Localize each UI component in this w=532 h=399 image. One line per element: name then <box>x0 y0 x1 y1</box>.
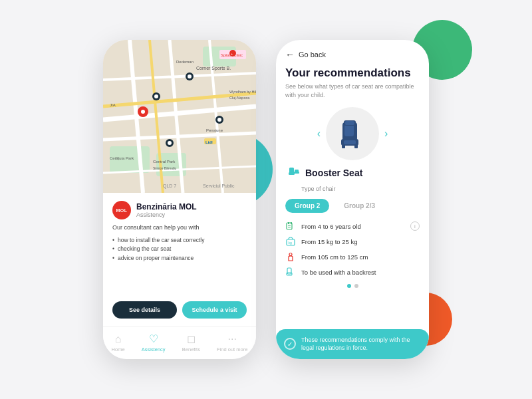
bullet-list: how to install the car seat correctly ch… <box>112 236 247 263</box>
svg-rect-43 <box>344 124 354 136</box>
compliance-check-icon: ✓ <box>284 338 296 350</box>
carousel-next-arrow[interactable]: › <box>384 128 388 140</box>
bullet-item-2: checking the car seat <box>112 245 247 254</box>
svg-point-59 <box>289 253 292 256</box>
seat-type-icon <box>288 167 300 179</box>
nav-assistency[interactable]: ♡ Assistency <box>142 332 166 352</box>
back-button[interactable]: ← Go back <box>285 49 420 60</box>
svg-rect-51 <box>294 172 299 174</box>
info-row-backrest: To be used with a backrest <box>285 267 420 277</box>
phones-container: Corner Sports B. Cetățuia Park Central P… <box>103 40 429 359</box>
svg-text:JIA: JIA <box>110 103 116 107</box>
home-icon: ⌂ <box>115 333 122 345</box>
svg-text:QLD 7: QLD 7 <box>163 184 176 189</box>
nav-home-label: Home <box>112 346 125 352</box>
seat-carousel: ‹ <box>285 107 420 160</box>
dot-2 <box>354 284 358 288</box>
nav-assistency-label: Assistency <box>142 346 166 352</box>
svg-rect-47 <box>354 144 358 148</box>
car-seat-image <box>326 107 379 160</box>
svg-text:Wyndham by Hilto: Wyndham by Hilto <box>229 90 256 94</box>
height-icon <box>285 251 296 262</box>
more-icon: ··· <box>228 333 237 345</box>
tab-group2[interactable]: Group 2 <box>285 199 329 213</box>
svg-point-16 <box>188 74 192 78</box>
svg-text:Simion Bărnuțiu: Simion Bărnuțiu <box>153 166 177 170</box>
store-subtitle: Assistency <box>136 211 197 218</box>
weight-icon: kg <box>285 236 296 247</box>
schedule-visit-button[interactable]: Schedule a visit <box>182 301 247 319</box>
info-row-weight: kg From 15 kg to 25 kg <box>285 236 420 247</box>
svg-text:Lidl: Lidl <box>205 140 213 144</box>
compliance-bar: ✓ These recommendations comply with the … <box>276 329 429 359</box>
info-list: From 4 to 6 years old i kg From 15 kg to… <box>285 221 420 277</box>
store-info: MOL Benzinăria MOL Assistency Our consul… <box>103 193 256 327</box>
height-text: From 105 cm to 125 cm <box>301 253 368 261</box>
right-phone: ← Go back Your recommendations See below… <box>276 40 429 359</box>
back-arrow-icon: ← <box>285 49 295 60</box>
svg-rect-46 <box>342 144 345 148</box>
svg-text:kg: kg <box>289 241 293 245</box>
nav-more-label: Find out more <box>217 346 247 352</box>
svg-point-18 <box>217 118 221 122</box>
svg-rect-42 <box>344 140 356 144</box>
store-header: MOL Benzinăria MOL Assistency <box>112 201 247 219</box>
bottom-nav: ⌂ Home ♡ Assistency ◻ Benefits ··· Find … <box>103 327 256 359</box>
compliance-text: These recommendations comply with the le… <box>301 336 421 352</box>
age-icon <box>285 221 296 231</box>
action-buttons: See details Schedule a visit <box>112 301 247 319</box>
nav-benefits[interactable]: ◻ Benefits <box>182 332 200 352</box>
svg-text:Serviciul Public: Serviciul Public <box>203 184 235 188</box>
svg-point-14 <box>154 94 158 98</box>
seat-name: Booster Seat <box>305 168 362 178</box>
mol-logo: MOL <box>112 201 131 219</box>
gift-icon: ◻ <box>187 332 196 345</box>
info-row-age: From 4 to 6 years old i <box>285 221 420 231</box>
svg-rect-54 <box>291 222 292 224</box>
svg-rect-49 <box>289 172 295 175</box>
nav-home[interactable]: ⌂ Home <box>112 333 125 352</box>
info-badge[interactable]: i <box>410 221 420 231</box>
svg-text:Dedeman: Dedeman <box>176 60 194 64</box>
carousel-dots <box>285 284 420 288</box>
svg-text:Pensiune: Pensiune <box>206 128 223 132</box>
svg-point-22 <box>141 110 145 114</box>
store-name: Benzinăria MOL <box>136 202 197 211</box>
recommendations-subtitle: See below what types of car seat are com… <box>285 82 420 99</box>
seat-type-row: Booster Seat <box>285 167 420 179</box>
consultant-text: Our consultant can help you with <box>112 223 247 232</box>
svg-text:Cetățuia Park: Cetățuia Park <box>110 156 134 160</box>
weight-text: From 15 kg to 25 kg <box>301 238 357 245</box>
recommendations-title: Your recommendations <box>285 66 420 80</box>
left-phone: Corner Sports B. Cetățuia Park Central P… <box>103 40 256 359</box>
svg-text:Cluj-Napoca: Cluj-Napoca <box>229 96 250 100</box>
nav-benefits-label: Benefits <box>182 346 200 352</box>
bullet-item-1: how to install the car seat correctly <box>112 236 247 245</box>
svg-text:Central Park: Central Park <box>153 160 176 164</box>
svg-rect-45 <box>345 121 354 125</box>
tab-group23[interactable]: Group 2/3 <box>334 199 384 213</box>
nav-more[interactable]: ··· Find out more <box>217 333 247 352</box>
carousel-prev-arrow[interactable]: ‹ <box>317 128 321 140</box>
back-label: Go back <box>299 51 326 59</box>
dot-1 <box>347 284 351 288</box>
svg-text:+: + <box>231 52 233 56</box>
age-text: From 4 to 6 years old <box>301 223 361 230</box>
svg-text:Corner Sports B.: Corner Sports B. <box>196 66 231 71</box>
svg-point-20 <box>168 141 172 145</box>
bullet-item-3: advice on proper maintenance <box>112 254 247 263</box>
map-area: Corner Sports B. Cetățuia Park Central P… <box>103 40 256 193</box>
info-row-height: From 105 cm to 125 cm <box>285 251 420 262</box>
right-phone-content: ← Go back Your recommendations See below… <box>276 40 429 329</box>
group-tabs: Group 2 Group 2/3 <box>285 199 420 213</box>
seat-type-label: Type of chair <box>285 186 420 192</box>
svg-rect-53 <box>288 222 289 224</box>
backrest-text: To be used with a backrest <box>301 269 376 276</box>
svg-rect-60 <box>287 268 291 274</box>
backrest-icon <box>285 267 296 277</box>
heart-icon: ♡ <box>149 332 158 345</box>
see-details-button[interactable]: See details <box>112 301 177 319</box>
